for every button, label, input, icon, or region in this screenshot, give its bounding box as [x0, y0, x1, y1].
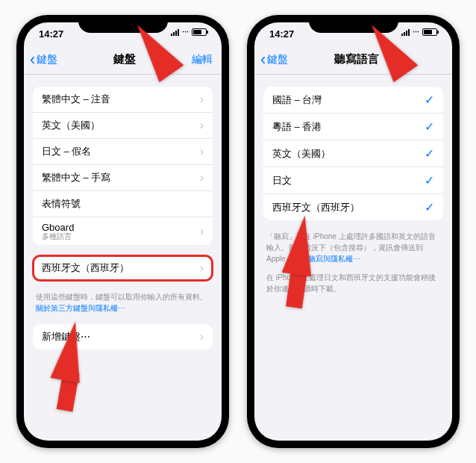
keyboard-item[interactable]: 日文 – 假名› — [33, 138, 213, 164]
check-icon: ✓ — [425, 119, 434, 134]
screen-left: 14:27 ⋯ 鍵盤 鍵盤 編輯 繁體中文 – 注音› 英文（美國）› 日文 –… — [24, 22, 222, 441]
nav-bar: 鍵盤 聽寫語言 — [254, 49, 452, 75]
keyboard-item[interactable]: 繁體中文 – 手寫› — [33, 164, 213, 190]
status-time: 14:27 — [269, 28, 294, 40]
edit-button[interactable]: 編輯 — [192, 53, 216, 66]
language-item[interactable]: 粵語 – 香港✓ — [263, 113, 443, 140]
check-icon: ✓ — [425, 200, 434, 214]
check-icon: ✓ — [425, 93, 434, 107]
cellular-icon — [401, 29, 410, 36]
chevron-right-icon: › — [200, 145, 204, 158]
content: 繁體中文 – 注音› 英文（美國）› 日文 – 假名› 繁體中文 – 手寫› 表… — [24, 75, 222, 372]
keyboard-item-gboard[interactable]: Gboard 多種語言 › — [33, 217, 213, 245]
status-time: 14:27 — [39, 28, 63, 40]
status-right: ⋯ — [401, 28, 437, 36]
status-right: ⋯ — [171, 28, 207, 36]
wifi-icon: ⋯ — [182, 28, 189, 36]
keyboard-item-spanish[interactable]: 西班牙文（西班牙）› — [33, 255, 213, 281]
back-button[interactable]: 鍵盤 — [260, 53, 288, 66]
keyboard-item[interactable]: 英文（美國）› — [33, 112, 213, 138]
privacy-note: 使用這些鍵盤時，鍵盤可以取用你輸入的所有資料。關於第三方鍵盤與隱私權⋯ — [33, 291, 213, 314]
check-icon: ✓ — [425, 146, 434, 161]
language-item[interactable]: 英文（美國）✓ — [263, 140, 443, 167]
keyboard-item[interactable]: 繁體中文 – 注音› — [33, 87, 213, 112]
keyboard-group-highlighted: 西班牙文（西班牙）› — [33, 255, 213, 281]
chevron-right-icon: › — [200, 261, 204, 275]
keyboard-item[interactable]: 表情符號 — [33, 190, 213, 217]
keyboard-subtitle: 多種語言 — [42, 232, 204, 242]
screen-right: 14:27 ⋯ 鍵盤 聽寫語言 國語 – 台灣✓ 粵語 – 香港✓ 英文（美國）… — [254, 22, 452, 441]
dictation-language-group: 國語 – 台灣✓ 粵語 – 香港✓ 英文（美國）✓ 日文✓ 西班牙文（西班牙）✓ — [263, 87, 443, 220]
chevron-right-icon: › — [200, 330, 204, 344]
language-item[interactable]: 國語 – 台灣✓ — [263, 87, 443, 113]
keyboard-group: 繁體中文 – 注音› 英文（美國）› 日文 – 假名› 繁體中文 – 手寫› 表… — [33, 87, 213, 245]
wifi-icon: ⋯ — [413, 28, 419, 36]
language-item[interactable]: 日文✓ — [263, 167, 443, 193]
privacy-link[interactable]: 關於第三方鍵盤與隱私權⋯ — [36, 304, 125, 312]
battery-icon — [192, 28, 207, 36]
chevron-right-icon: › — [200, 93, 204, 106]
phone-left: 14:27 ⋯ 鍵盤 鍵盤 編輯 繁體中文 – 注音› 英文（美國）› 日文 –… — [16, 15, 229, 448]
nav-bar: 鍵盤 鍵盤 編輯 — [24, 49, 222, 75]
chevron-right-icon: › — [200, 225, 204, 238]
phone-right: 14:27 ⋯ 鍵盤 聽寫語言 國語 – 台灣✓ 粵語 – 香港✓ 英文（美國）… — [247, 15, 460, 448]
check-icon: ✓ — [425, 173, 434, 187]
chevron-right-icon: › — [200, 119, 204, 132]
chevron-right-icon: › — [200, 171, 204, 184]
back-button[interactable]: 鍵盤 — [30, 53, 57, 66]
battery-icon — [422, 28, 437, 36]
cellular-icon — [171, 29, 179, 36]
